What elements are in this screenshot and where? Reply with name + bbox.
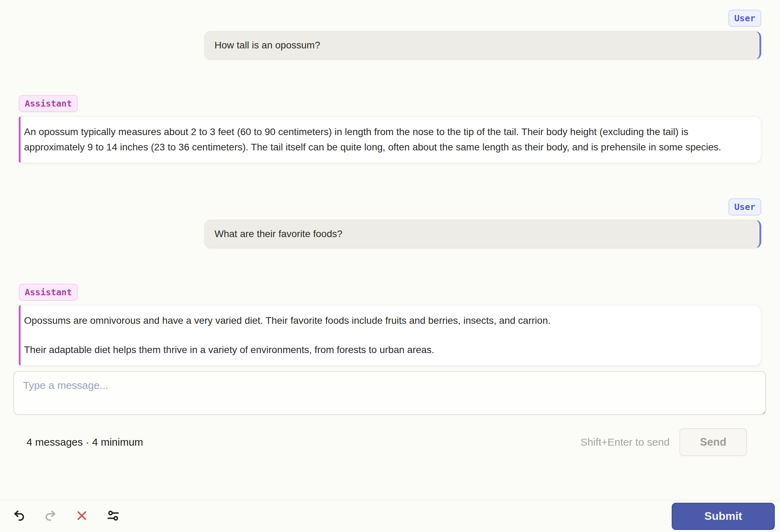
chat-area: User How tall is an opossum? Assistant A… bbox=[0, 0, 780, 366]
composer: 4 messages · 4 minimum Shift+Enter to se… bbox=[0, 366, 780, 456]
user-message-bubble: How tall is an opossum? bbox=[204, 31, 761, 60]
assistant-message-card: Opossums are omnivorous and have a very … bbox=[19, 305, 761, 366]
redo-button[interactable] bbox=[42, 508, 58, 524]
assistant-message-card: An opossum typically measures about 2 to… bbox=[19, 116, 761, 163]
message-count-status: 4 messages · 4 minimum bbox=[26, 436, 143, 448]
message-group-assistant: Assistant Opossums are omnivorous and ha… bbox=[19, 284, 761, 366]
undo-icon bbox=[13, 509, 25, 523]
assistant-message-text: An opossum typically measures about 2 to… bbox=[24, 124, 751, 155]
discard-button[interactable] bbox=[74, 508, 90, 524]
assistant-role-badge: Assistant bbox=[19, 284, 78, 301]
settings-button[interactable] bbox=[105, 508, 121, 524]
send-button[interactable]: Send bbox=[679, 428, 747, 456]
assistant-role-badge: Assistant bbox=[19, 95, 78, 112]
undo-button[interactable] bbox=[11, 508, 27, 524]
user-message-text: How tall is an opossum? bbox=[214, 40, 320, 50]
bottom-toolbar: Submit bbox=[0, 500, 780, 532]
send-shortcut-hint: Shift+Enter to send bbox=[580, 436, 670, 448]
user-message-bubble: What are their favorite foods? bbox=[204, 220, 761, 248]
composer-status-row: 4 messages · 4 minimum Shift+Enter to se… bbox=[13, 428, 766, 456]
message-group-user: User How tall is an opossum? bbox=[19, 10, 761, 60]
user-role-badge: User bbox=[728, 10, 761, 27]
assistant-message-text: Their adaptable diet helps them thrive i… bbox=[24, 342, 751, 358]
user-message-text: What are their favorite foods? bbox=[214, 228, 342, 239]
assistant-message-text: Opossums are omnivorous and have a very … bbox=[24, 313, 751, 328]
sliders-icon bbox=[107, 509, 119, 523]
message-group-user: User What are their favorite foods? bbox=[19, 198, 761, 248]
submit-button[interactable]: Submit bbox=[672, 503, 775, 530]
message-group-assistant: Assistant An opossum typically measures … bbox=[19, 95, 761, 163]
close-icon bbox=[76, 509, 88, 523]
redo-icon bbox=[44, 509, 57, 523]
message-input[interactable] bbox=[13, 371, 766, 415]
user-role-badge: User bbox=[728, 198, 761, 216]
